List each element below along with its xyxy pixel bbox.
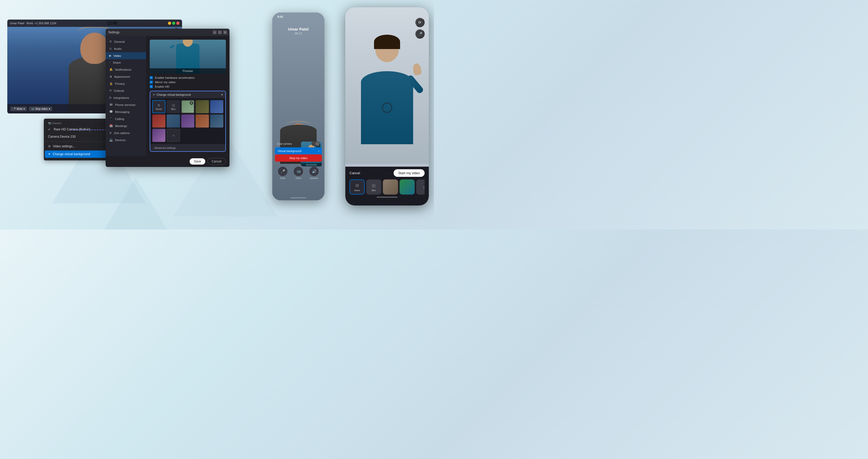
- hd-option[interactable]: ✓ Enable HD: [150, 85, 226, 88]
- settings-close-btn[interactable]: ✕: [223, 31, 227, 34]
- vbg-bg2-option[interactable]: [196, 100, 209, 113]
- vbg-bg9-option[interactable]: [152, 129, 165, 142]
- nav-phone-services[interactable]: ☎ Phone services: [105, 101, 146, 108]
- privacy-icon: 🔒: [109, 82, 113, 85]
- vbg-collapse-icon[interactable]: ▾: [221, 93, 223, 96]
- phone-bg-office-option[interactable]: [383, 179, 398, 194]
- settings-titlebar: Settings — □ ✕: [105, 29, 229, 36]
- nav-share[interactable]: ↑ Share: [105, 59, 146, 66]
- settings-body: ⚙ General ◎ Audio ▶ Video ↑ Share 🔔 Noti…: [105, 36, 229, 156]
- vbg-none-option[interactable]: ⊘ None: [152, 100, 165, 113]
- video-icon: 📹: [31, 108, 34, 110]
- video-action-icon: 📹: [294, 166, 303, 176]
- phone-speaker-btn[interactable]: 🔊 Speaker: [309, 166, 319, 179]
- dual-camera-toggle[interactable]: [311, 141, 320, 146]
- calling-icon: 📱: [109, 117, 113, 121]
- phone-status-bar: 9:41: [278, 15, 319, 18]
- maximize-btn[interactable]: [172, 22, 175, 25]
- nav-messaging[interactable]: 💬 Messaging: [105, 108, 146, 115]
- speaker-action-label: Speaker: [310, 177, 318, 179]
- phone-right-start-btn[interactable]: Start my video: [394, 169, 425, 177]
- nav-outlook[interactable]: ✉ Outlook: [105, 87, 146, 94]
- nav-integrations[interactable]: ⧉ Integrations: [105, 94, 146, 101]
- stop-video-button[interactable]: 📹 Stop video ▾: [29, 107, 52, 111]
- none-icon: ⊘: [355, 183, 359, 188]
- vbg-bg8-option[interactable]: [210, 115, 223, 127]
- hw-accel-checkbox[interactable]: ✓: [150, 76, 153, 79]
- hd-checkbox[interactable]: ✓: [150, 85, 153, 88]
- phone-left-device: 9:41 Umar Patel 00:12 My preview ⟳ 🎤: [272, 12, 324, 200]
- nav-general[interactable]: ⚙ General: [105, 38, 146, 45]
- devices-icon: 💻: [109, 138, 113, 142]
- settings-maximize-btn[interactable]: □: [218, 31, 222, 34]
- vbg-bg6-option[interactable]: [181, 115, 194, 127]
- phone-bottom-actions: 🎤 Mute 📹 Video 🔊 Speaker: [272, 166, 324, 179]
- phone-right-camera-btn[interactable]: ⟳: [415, 18, 425, 27]
- settings-sidebar: ⚙ General ◎ Audio ▶ Video ↑ Share 🔔 Noti…: [105, 36, 146, 156]
- blur-drop-icon: ◎: [372, 183, 376, 188]
- mirror-option[interactable]: ✓ Mirror my video: [150, 81, 226, 84]
- vbg-panel-header[interactable]: ✕ Change virtual background ▾: [150, 91, 225, 98]
- phone-bg-blur-option[interactable]: ◎ Blur: [366, 179, 381, 194]
- messaging-icon: 💬: [109, 110, 113, 114]
- phone-right-mic-btn[interactable]: 🎤: [415, 29, 425, 39]
- cancel-button[interactable]: Cancel: [207, 158, 226, 165]
- vbg-close-icon: ✕: [153, 93, 155, 96]
- phone-right-cancel-btn[interactable]: Cancel: [349, 171, 360, 175]
- phone-vbg-arrow-icon: ›: [318, 149, 319, 153]
- phone-caller-name: Umar Patel: [272, 27, 324, 31]
- vbg-blur-option[interactable]: ◎ Blur: [167, 100, 180, 113]
- bell-icon: 🔔: [109, 68, 113, 71]
- phone-mute-btn[interactable]: 🎤 Mute: [278, 166, 287, 179]
- vbg-bg4-option[interactable]: [152, 115, 165, 127]
- close-btn[interactable]: [176, 22, 180, 25]
- nav-notifications[interactable]: 🔔 Notifications: [105, 66, 146, 73]
- nav-privacy[interactable]: 🔒 Privacy: [105, 80, 146, 87]
- hw-accel-option[interactable]: ✓ Enable hardware acceleration: [150, 76, 226, 79]
- nav-appearance[interactable]: ◑ Appearance: [105, 73, 146, 80]
- none-slash-icon: ⊘: [157, 103, 160, 107]
- appearance-icon: ◑: [109, 75, 112, 78]
- vbg-bg3-option[interactable]: [210, 100, 223, 113]
- phone-bg-none-option[interactable]: ⊘ None: [349, 179, 365, 194]
- settings-minimize-btn[interactable]: —: [213, 31, 216, 34]
- minimize-btn[interactable]: [168, 22, 171, 25]
- vbg-add-option[interactable]: ＋: [167, 129, 180, 142]
- window-work-label: Work: +1 555 888 1234: [26, 22, 56, 25]
- general-icon: ⚙: [109, 40, 112, 43]
- phone-right-home-indicator: [377, 196, 398, 198]
- phone-video-btn[interactable]: 📹 Video: [294, 166, 303, 179]
- phone-right-top-controls: ⟳ 🎤: [415, 18, 425, 39]
- vbg-bg7-option[interactable]: [196, 115, 209, 127]
- virtual-bg-icon: ✦: [48, 152, 51, 156]
- save-button[interactable]: Save: [190, 158, 205, 164]
- mute-action-label: Mute: [280, 177, 285, 179]
- advanced-settings-btn[interactable]: Advanced settings: [153, 146, 177, 150]
- video-options: ✓ Enable hardware acceleration ✓ Mirror …: [150, 76, 226, 88]
- share-icon: ↑: [109, 61, 111, 64]
- blur-icon: ◎: [172, 103, 175, 107]
- nav-calling[interactable]: 📱 Calling: [105, 115, 146, 122]
- settings-title: Settings: [108, 31, 120, 34]
- vbg-bg5-option[interactable]: [167, 115, 180, 127]
- phone-toggle-row: Dual camera: [275, 141, 322, 146]
- phone-bg-beach-option[interactable]: [400, 179, 415, 194]
- mirror-checkbox[interactable]: ✓: [150, 81, 153, 84]
- phone-bg-more-option[interactable]: ›: [416, 179, 425, 194]
- nav-meetings[interactable]: 📅 Meetings: [105, 122, 146, 129]
- nav-video[interactable]: ▶ Video: [105, 52, 146, 59]
- phone-stop-video-btn[interactable]: Stop my video: [275, 154, 322, 162]
- outlook-icon: ✉: [109, 89, 112, 92]
- nav-join-options[interactable]: ⊕ Join options: [105, 129, 146, 136]
- mute-button[interactable]: 🎤 Mute ▾: [10, 107, 27, 111]
- phone-right-device: ⟳ 🎤 Cancel Start my video ⊘ None ◎ Blur: [345, 7, 429, 206]
- titlebar-left: Umar Patel Work: +1 555 888 1234: [10, 22, 56, 25]
- nav-audio[interactable]: ◎ Audio: [105, 45, 146, 52]
- phone-left-video: 9:41 Umar Patel 00:12 My preview ⟳ 🎤: [272, 12, 324, 200]
- phone-virtual-bg-row[interactable]: Virtual background ›: [275, 147, 322, 155]
- vbg-bg1-option[interactable]: ✕: [181, 100, 194, 113]
- camera-icon: 📷: [48, 122, 51, 125]
- join-icon: ⊕: [109, 131, 112, 134]
- vbg-footer: Advanced settings: [150, 144, 225, 151]
- nav-devices[interactable]: 💻 Devices: [105, 136, 146, 144]
